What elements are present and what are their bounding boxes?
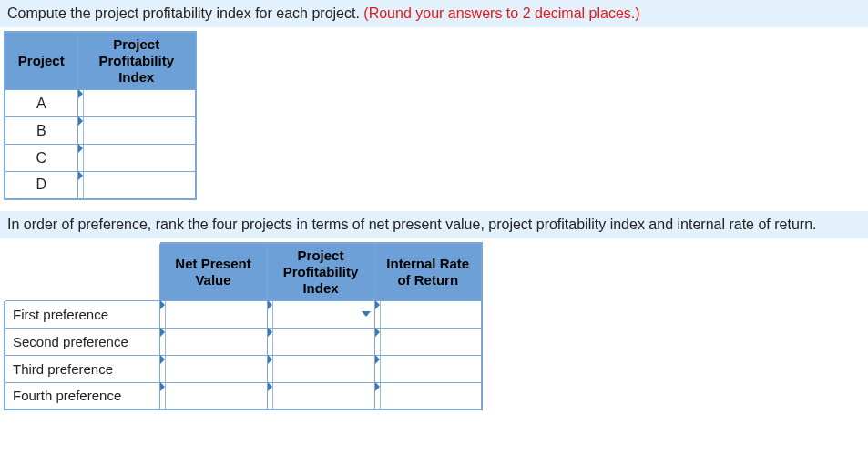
prompt-text: Compute the project profitability index … (7, 5, 360, 21)
header-project: Project (5, 32, 77, 90)
profitability-index-table: Project Project Profitability Index A B … (4, 31, 197, 200)
row-fourth-pref: Fourth preference (5, 382, 159, 410)
table-row: First preference (5, 300, 482, 328)
ppi-select-1[interactable] (273, 301, 374, 328)
row-label-a: A (5, 90, 77, 117)
table-row: D (5, 172, 196, 199)
table-row: Third preference (5, 355, 482, 382)
npv-select-2[interactable] (166, 329, 267, 355)
question-prompt-2: In order of preference, rank the four pr… (0, 211, 868, 238)
ppi-select-3[interactable] (273, 356, 374, 382)
header-npv: Net Present Value (159, 243, 267, 301)
irr-select-2[interactable] (381, 329, 482, 355)
row-second-pref: Second preference (5, 328, 159, 355)
irr-select-1[interactable] (381, 301, 482, 328)
ppi-input-cell-b (77, 117, 196, 145)
table-row: Second preference (5, 328, 482, 355)
ppi-input-c[interactable] (84, 145, 196, 171)
ppi-input-cell-c (77, 145, 196, 172)
row-label-b: B (5, 117, 77, 145)
table-row: B (5, 117, 196, 145)
ppi-select-4[interactable] (273, 383, 374, 410)
ppi-input-a[interactable] (84, 90, 196, 116)
row-label-d: D (5, 172, 77, 199)
ppi-input-b[interactable] (84, 117, 196, 144)
header-irr: Internal Rate of Return (374, 243, 482, 301)
row-first-pref: First preference (5, 300, 159, 328)
ranking-table: Net Present Value Project Profitability … (4, 242, 483, 411)
header-ppi-rank: Project Profitability Index (267, 243, 374, 301)
irr-select-4[interactable] (381, 383, 482, 410)
question-prompt-1: Compute the project profitability index … (0, 0, 868, 27)
table-row: C (5, 145, 196, 172)
row-label-c: C (5, 145, 77, 172)
ppi-input-cell-a (77, 90, 196, 117)
npv-select-1[interactable] (166, 301, 267, 328)
chevron-down-icon (362, 311, 371, 317)
ppi-input-d[interactable] (84, 172, 196, 198)
header-ppi: Project Profitability Index (77, 32, 196, 90)
irr-select-3[interactable] (381, 356, 482, 382)
npv-select-4[interactable] (166, 383, 267, 410)
table-row: A (5, 90, 196, 117)
npv-select-3[interactable] (166, 356, 267, 382)
header-blank (5, 243, 159, 301)
ppi-select-2[interactable] (273, 329, 374, 355)
row-third-pref: Third preference (5, 355, 159, 382)
ppi-input-cell-d (77, 172, 196, 199)
prompt-rounding-note: (Round your answers to 2 decimal places.… (363, 5, 639, 21)
table-row: Fourth preference (5, 382, 482, 410)
